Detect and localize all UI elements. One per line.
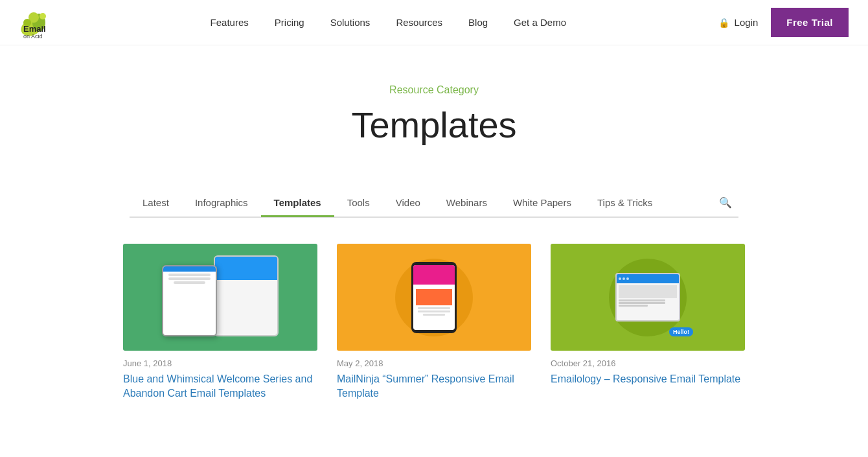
nav-resources[interactable]: Resources	[396, 17, 442, 28]
nav-get-a-demo[interactable]: Get a Demo	[514, 17, 566, 28]
nav-solutions[interactable]: Solutions	[330, 17, 371, 28]
card-1-date: June 1, 2018	[123, 358, 317, 368]
tab-white-papers[interactable]: White Papers	[500, 192, 584, 216]
cards-grid: June 1, 2018 Blue and Whimsical Welcome …	[45, 218, 823, 427]
header-actions: 🔒 Login Free Trial	[718, 8, 849, 37]
logo-icon: Email on Acid	[19, 3, 58, 42]
page-title: Templates	[13, 104, 855, 146]
resource-category-label: Resource Category	[13, 84, 855, 96]
tab-video[interactable]: Video	[383, 192, 433, 216]
card-3-title: Emailology – Responsive Email Template	[551, 372, 745, 386]
svg-text:on Acid: on Acid	[23, 33, 43, 40]
card-2-title: MailNinja “Summer” Responsive Email Temp…	[337, 372, 531, 401]
tab-nav-wrapper: Latest Infographics Templates Tools Vide…	[0, 191, 868, 218]
card-1-image	[123, 244, 317, 351]
tab-webinars[interactable]: Webinars	[433, 192, 500, 216]
card-2[interactable]: May 2, 2018 MailNinja “Summer” Responsiv…	[337, 244, 531, 401]
card-1-title: Blue and Whimsical Welcome Series and Ab…	[123, 372, 317, 401]
card-3-mockup: Hello!	[551, 244, 745, 351]
card-3-image: Hello!	[551, 244, 745, 351]
login-link[interactable]: 🔒 Login	[718, 17, 759, 28]
card-2-image	[337, 244, 531, 351]
logo[interactable]: Email on Acid	[19, 3, 58, 42]
svg-point-4	[40, 13, 46, 19]
card-1[interactable]: June 1, 2018 Blue and Whimsical Welcome …	[123, 244, 317, 401]
card-3[interactable]: Hello! October 21, 2016 Emailology – Res…	[551, 244, 745, 401]
tab-templates[interactable]: Templates	[261, 192, 334, 216]
card-1-phone-front	[162, 265, 217, 336]
tab-tools[interactable]: Tools	[334, 192, 383, 216]
svg-text:Email: Email	[23, 24, 46, 34]
tab-tips-tricks[interactable]: Tips & Tricks	[584, 192, 665, 216]
tab-nav: Latest Infographics Templates Tools Vide…	[130, 191, 738, 218]
site-header: Email on Acid Features Pricing Solutions…	[0, 0, 868, 45]
login-label: Login	[735, 17, 759, 28]
card-1-phone-back	[214, 255, 279, 336]
tab-latest[interactable]: Latest	[130, 192, 182, 216]
free-trial-button[interactable]: Free Trial	[771, 8, 849, 37]
nav-features[interactable]: Features	[211, 17, 249, 28]
lock-icon: 🔒	[718, 18, 729, 28]
nav-blog[interactable]: Blog	[468, 17, 488, 28]
card-2-phone	[411, 262, 457, 333]
search-icon[interactable]: 🔍	[713, 191, 738, 217]
tab-infographics[interactable]: Infographics	[182, 192, 261, 216]
card-2-date: May 2, 2018	[337, 358, 531, 368]
nav-pricing[interactable]: Pricing	[275, 17, 304, 28]
card-3-hello-badge: Hello!	[669, 327, 693, 336]
hero-section: Resource Category Templates	[0, 45, 868, 191]
card-2-mockup	[337, 244, 531, 351]
card-1-mockup	[123, 244, 317, 351]
card-3-laptop	[615, 273, 680, 322]
card-3-date: October 21, 2016	[551, 358, 745, 368]
main-nav: Features Pricing Solutions Resources Blo…	[211, 17, 566, 28]
